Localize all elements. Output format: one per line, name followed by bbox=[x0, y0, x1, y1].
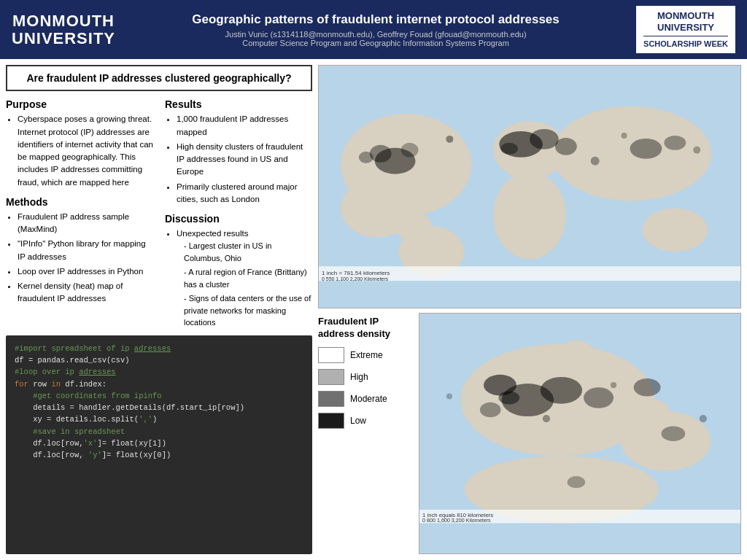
svg-point-15 bbox=[555, 138, 577, 155]
svg-point-46 bbox=[700, 415, 707, 422]
svg-point-47 bbox=[446, 393, 452, 399]
results-list: 1,000 fraudulent IP addresses mapped Hig… bbox=[165, 113, 312, 206]
svg-text:1 inch = 781.54 kilometers: 1 inch = 781.54 kilometers bbox=[322, 271, 390, 277]
code-line-9: df.loc[row,'x']= float(xy[1]) bbox=[15, 438, 303, 449]
label-low: Low bbox=[350, 416, 366, 426]
map2-svg: 1 inch equals 810 kilometers 0 800 1,600… bbox=[419, 314, 740, 553]
svg-point-12 bbox=[359, 152, 374, 163]
results-item-1: 1,000 fraudulent IP addresses mapped bbox=[177, 113, 312, 139]
code-block: #import spreadsheet of ip adresses df = … bbox=[6, 335, 312, 554]
methods-item-1: Fraudulent IP address sample (MaxMind) bbox=[18, 211, 153, 236]
svg-point-10 bbox=[370, 145, 392, 163]
code-line-10: df.loc[row, 'y']= float(xy[0]) bbox=[15, 449, 303, 461]
swatch-moderate bbox=[318, 391, 344, 407]
swatch-extreme bbox=[318, 347, 344, 363]
methods-item-4: Kernel density (heat) map of fraudulent … bbox=[18, 280, 153, 306]
university-name-left: MONMOUTHUNIVERSITY bbox=[12, 12, 115, 47]
svg-point-11 bbox=[401, 143, 419, 158]
scholarship-week-label: SCHOLARSHIP WEEK bbox=[643, 36, 728, 49]
svg-point-31 bbox=[568, 405, 586, 446]
svg-point-20 bbox=[591, 157, 600, 166]
svg-point-38 bbox=[541, 377, 582, 404]
svg-point-37 bbox=[498, 391, 519, 404]
svg-point-7 bbox=[551, 106, 711, 201]
svg-point-22 bbox=[693, 147, 700, 154]
main-content: Are fraudulent IP addresses clustered ge… bbox=[0, 59, 747, 560]
discussion-title: Discussion bbox=[165, 213, 312, 225]
svg-point-18 bbox=[664, 136, 686, 150]
purpose-title: Purpose bbox=[6, 98, 153, 110]
code-line-7: xy = details.loc.split(',') bbox=[15, 413, 303, 425]
discussion-item-1: Unexpected results Largest cluster in US… bbox=[177, 228, 312, 329]
code-line-1: #import spreadsheet of ip adresses bbox=[15, 343, 303, 354]
svg-point-17 bbox=[630, 139, 662, 159]
left-panel: Are fraudulent IP addresses clustered ge… bbox=[6, 65, 312, 554]
label-high: High bbox=[350, 372, 368, 382]
legend-item-extreme: Extreme bbox=[318, 347, 413, 363]
swatch-high bbox=[318, 369, 344, 385]
svg-point-6 bbox=[493, 172, 566, 260]
poster-title: Geographic patterns of fraudulent intern… bbox=[127, 12, 624, 27]
legend-title: Fraudulent IPaddress density bbox=[318, 316, 413, 341]
legend: Fraudulent IPaddress density Extreme Hig… bbox=[318, 313, 413, 554]
svg-point-21 bbox=[622, 133, 627, 139]
map-world: 1 inch = 781.54 kilometers 0 550 1,100 2… bbox=[318, 65, 741, 308]
map1-svg: 1 inch = 781.54 kilometers 0 550 1,100 2… bbox=[319, 66, 740, 307]
poster: MONMOUTHUNIVERSITY Geographic patterns o… bbox=[0, 0, 747, 560]
authors: Justin Vunic (s1314118@monmouth.edu), Ge… bbox=[127, 30, 624, 39]
svg-point-8 bbox=[642, 209, 708, 252]
methods-item-2: "IPInfo" Python library for mapping IP a… bbox=[18, 238, 153, 263]
purpose-item-1: Cyberspace poses a growing threat. Inter… bbox=[18, 113, 153, 189]
discussion-sub-1: Largest cluster in US in Columbus, Ohio bbox=[184, 240, 312, 264]
label-extreme: Extreme bbox=[350, 350, 383, 360]
svg-point-43 bbox=[568, 476, 586, 488]
col-left: Purpose Cyberspace poses a growing threa… bbox=[6, 98, 153, 331]
methods-list: Fraudulent IP address sample (MaxMind) "… bbox=[6, 211, 153, 306]
swatch-low bbox=[318, 413, 344, 429]
svg-point-44 bbox=[543, 415, 550, 422]
svg-text:0   550 1,100        2,200 Kil: 0 550 1,100 2,200 Kilometers bbox=[322, 277, 389, 282]
results-item-3: Primarily clustered around major cities,… bbox=[177, 181, 312, 206]
logo-left: MONMOUTHUNIVERSITY bbox=[12, 12, 115, 47]
methods-item-3: Loop over IP addresses in Python bbox=[18, 265, 153, 278]
results-item-2: High density clusters of fraudulent IP a… bbox=[177, 141, 312, 179]
svg-point-14 bbox=[530, 129, 559, 149]
code-line-3: #loop over ip adresses bbox=[15, 366, 303, 378]
legend-item-low: Low bbox=[318, 413, 413, 429]
svg-point-45 bbox=[611, 382, 616, 388]
methods-title: Methods bbox=[6, 196, 153, 208]
header-center: Geographic patterns of fraudulent intern… bbox=[127, 12, 624, 47]
code-line-5: #get coordinates from ipinfo bbox=[15, 390, 303, 402]
svg-point-16 bbox=[500, 143, 518, 155]
legend-item-high: High bbox=[318, 369, 413, 385]
discussion-sub-3: Signs of data centers or the use of priv… bbox=[184, 292, 312, 329]
code-line-8: #save in spreadsheet bbox=[15, 426, 303, 438]
col-right: Results 1,000 fraudulent IP addresses ma… bbox=[165, 98, 312, 331]
research-question: Are fraudulent IP addresses clustered ge… bbox=[6, 65, 312, 91]
svg-point-41 bbox=[480, 402, 501, 416]
label-moderate: Moderate bbox=[350, 394, 387, 404]
map-europe: 1 inch equals 810 kilometers 0 800 1,600… bbox=[419, 313, 741, 554]
discussion-list: Unexpected results Largest cluster in US… bbox=[165, 228, 312, 329]
code-line-4: for row in df.index: bbox=[15, 378, 303, 390]
university-name-right: MONMOUTHUNIVERSITY bbox=[643, 10, 728, 33]
bottom-row: Fraudulent IPaddress density Extreme Hig… bbox=[318, 313, 741, 554]
discussion-sub-2: A rural region of France (Brittany) has … bbox=[184, 266, 312, 290]
svg-point-42 bbox=[662, 426, 686, 440]
legend-item-moderate: Moderate bbox=[318, 391, 413, 407]
svg-point-19 bbox=[446, 136, 453, 143]
discussion-sub-list: Largest cluster in US in Columbus, Ohio … bbox=[177, 240, 312, 329]
results-title: Results bbox=[165, 98, 312, 110]
program: Computer Science Program and Geographic … bbox=[127, 39, 624, 47]
header: MONMOUTHUNIVERSITY Geographic patterns o… bbox=[0, 0, 747, 59]
code-line-2: df = pandas.read_csv(csv) bbox=[15, 354, 303, 366]
svg-point-39 bbox=[584, 387, 614, 408]
svg-point-40 bbox=[634, 378, 661, 397]
purpose-list: Cyberspace poses a growing threat. Inter… bbox=[6, 113, 153, 189]
svg-text:0   800  1,600        3,200 Ki: 0 800 1,600 3,200 Kilometers bbox=[422, 518, 491, 524]
logo-right: MONMOUTHUNIVERSITY SCHOLARSHIP WEEK bbox=[636, 6, 735, 53]
code-line-6: details = handler.getDetails(df.start_ip… bbox=[15, 402, 303, 413]
right-panel: 1 inch = 781.54 kilometers 0 550 1,100 2… bbox=[312, 65, 741, 554]
text-columns: Purpose Cyberspace poses a growing threa… bbox=[6, 98, 312, 331]
